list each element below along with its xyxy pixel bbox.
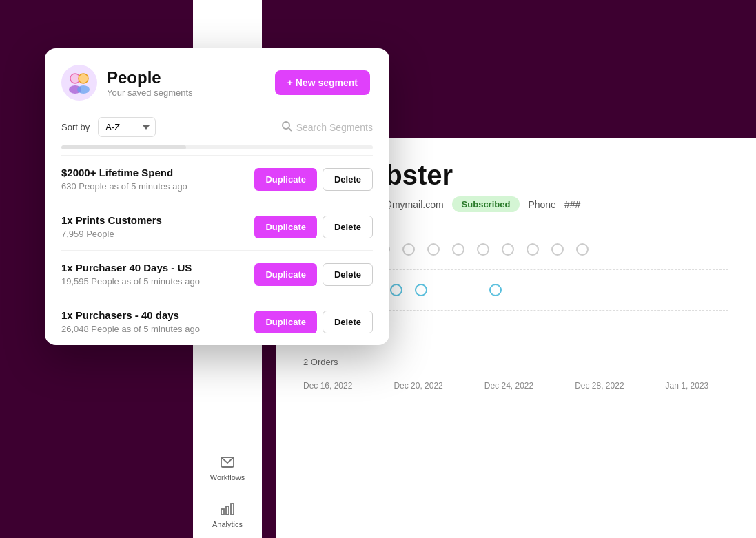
modal-title-group: People Your saved segments [61,65,193,101]
delete-button[interactable]: Delete [323,311,373,333]
date-label: Dec 16, 2022 [303,381,352,391]
loading-bar [61,145,373,149]
svg-rect-3 [231,504,234,515]
segment-actions: Duplicate Delete [254,216,373,238]
svg-point-5 [79,74,88,83]
new-segment-button[interactable]: + New segment [275,70,370,95]
search-icon [281,121,292,134]
date-label: Dec 28, 2022 [575,381,624,391]
segment-name: $2000+ Lifetime Spend [61,167,187,178]
segments-modal: People Your saved segments + New segment… [45,48,389,345]
segment-count: 630 People as of 5 minutes ago [61,181,187,192]
svg-line-9 [289,128,292,131]
timeline-circle [502,243,514,256]
segment-info: 1x Purchaser 40 Days - US 19,595 People … [61,262,200,287]
segment-info: 1x Prints Customers 7,959 People [61,214,162,239]
date-label: Jan 1, 2023 [666,381,709,391]
duplicate-button[interactable]: Duplicate [254,168,317,191]
segment-item: 1x Purchaser 40 Days - US 19,595 People … [61,250,373,298]
segment-item: 1x Purchasers - 40 days 26,048 People as… [61,298,373,345]
sidebar-item-label-workflows: Workflows [210,473,245,482]
timeline-circle [551,243,564,256]
delete-button[interactable]: Delete [323,216,373,238]
status-badge: Subscribed [452,196,520,212]
duplicate-button[interactable]: Duplicate [254,263,317,286]
modal-title: People [107,68,193,87]
search-placeholder: Search Segments [296,122,373,133]
segment-actions: Duplicate Delete [254,168,373,191]
timeline-circle-blue [390,284,402,296]
segment-item: 1x Prints Customers 7,959 People Duplica… [61,203,373,250]
timeline-circle [452,243,464,256]
segment-info: $2000+ Lifetime Spend 630 People as of 5… [61,167,187,192]
segment-count: 26,048 People as of 5 minutes ago [61,324,200,334]
sort-select[interactable]: A-Z Z-A Newest Oldest [98,117,156,137]
modal-subtitle: Your saved segments [107,87,193,98]
date-label: Dec 24, 2022 [484,381,533,391]
controls-row: Sort by A-Z Z-A Newest Oldest Search Seg… [45,112,389,145]
segment-name: 1x Prints Customers [61,214,162,226]
sidebar-item-workflows[interactable]: Workflows [193,444,262,491]
timeline-circle-blue [489,284,502,296]
analytics-icon [219,501,236,517]
segment-actions: Duplicate Delete [254,263,373,286]
loading-bar-fill [61,145,186,149]
people-icon [65,69,93,96]
timeline-circle [477,243,489,256]
timeline-dates: Dec 16, 2022 Dec 20, 2022 Dec 24, 2022 D… [303,381,728,391]
sort-label: Sort by [61,122,90,132]
segment-count: 19,595 People as of 5 minutes ago [61,276,200,287]
segment-actions: Duplicate Delete [254,311,373,333]
timeline-circle [402,243,415,256]
avatar [61,65,97,101]
duplicate-button[interactable]: Duplicate [254,311,317,333]
svg-point-7 [77,85,90,94]
svg-point-8 [283,122,289,129]
timeline-circle [427,243,440,256]
segment-name: 1x Purchasers - 40 days [61,309,200,321]
date-label: Dec 20, 2022 [394,381,442,391]
timeline-circle [576,243,589,256]
segment-item: $2000+ Lifetime Spend 630 People as of 5… [61,155,373,203]
timeline-circle [527,243,539,256]
timeline-circle-blue [415,284,427,296]
phone-label: Phone [528,199,555,210]
segment-count: 7,959 People [61,229,162,239]
svg-rect-1 [221,509,224,515]
email-icon [219,454,236,470]
delete-button[interactable]: Delete [323,168,373,191]
sidebar-item-analytics[interactable]: Analytics [193,491,262,538]
modal-header: People Your saved segments + New segment [45,48,389,112]
orders-label: 2 Orders [303,357,728,367]
modal-title-text: People Your saved segments [107,68,193,98]
search-wrap: Search Segments [164,121,373,134]
segment-info: 1x Purchasers - 40 days 26,048 People as… [61,309,200,334]
svg-rect-2 [226,506,229,515]
segments-list: $2000+ Lifetime Spend 630 People as of 5… [45,155,389,345]
delete-button[interactable]: Delete [323,263,373,286]
phone-value: ### [564,199,580,210]
sidebar-item-label-analytics: Analytics [212,520,243,528]
duplicate-button[interactable]: Duplicate [254,216,317,238]
segment-name: 1x Purchaser 40 Days - US [61,262,200,273]
